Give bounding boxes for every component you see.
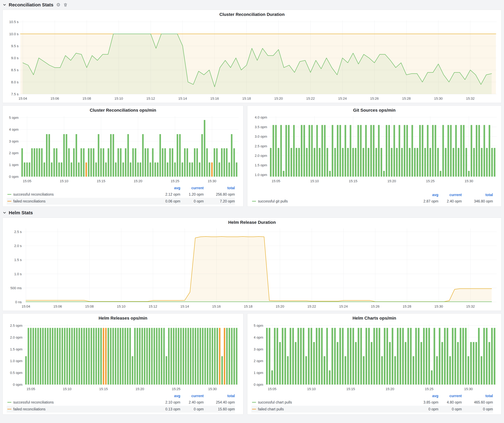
svg-text:1 opm: 1 opm [254,371,263,375]
series-swatch-icon [7,194,11,195]
legend-current-value: 4.80 opm [438,400,462,405]
panel-title[interactable]: Git Sources ops/min [250,107,499,114]
legend-col-current[interactable]: current [438,193,462,197]
legend: avg current total successful reconciliat… [5,184,241,205]
svg-text:15:15: 15:15 [347,387,355,391]
series-swatch-icon [252,409,256,409]
svg-text:15:16: 15:16 [210,97,219,100]
svg-text:15:20: 15:20 [387,179,396,183]
legend-avg-value: 0.13 opm [154,407,180,411]
svg-text:15:12: 15:12 [149,305,157,308]
legend-col-current[interactable]: current [180,394,204,398]
legend-avg-value: 3.85 opm [412,400,438,405]
svg-text:15:30: 15:30 [465,179,473,183]
svg-text:4 opm: 4 opm [9,128,18,131]
gear-icon[interactable]: ⚙ [56,2,60,7]
cluster-reconciliations-ops-chart[interactable]: 0 opm1 opm2 opm3 opm4 opm5 opm15:0515:10… [5,114,241,184]
legend-col-current[interactable]: current [438,394,462,398]
section-reconciliation-stats: Reconciliation Stats ⚙ [2,1,502,8]
panel-cluster-reconciliation-duration: Cluster Reconciliation Duration 7.5 s8.0… [2,10,502,103]
panel-title[interactable]: Cluster Reconciliation Duration [5,11,499,18]
legend-avg-value: 0.06 opm [154,199,180,203]
legend-row: failed chart pulls 0 opm 0 opm 0 opm [251,406,493,412]
chevron-down-icon[interactable] [2,3,6,7]
legend-header: avg current total [251,393,493,399]
svg-text:15:25: 15:25 [171,179,179,183]
legend-series-label[interactable]: failed chart pulls [258,407,412,411]
svg-text:15:18: 15:18 [244,305,252,308]
chevron-down-icon[interactable] [2,211,6,215]
svg-text:0 ns: 0 ns [15,300,22,304]
svg-text:10.0 s: 10.0 s [9,32,18,36]
svg-text:0 opm: 0 opm [254,383,263,387]
legend-avg-value: 0 opm [412,407,438,411]
series-swatch-icon [252,201,256,201]
svg-text:15:30: 15:30 [434,97,443,100]
svg-text:15:12: 15:12 [146,97,155,100]
svg-text:15:32: 15:32 [466,97,474,100]
legend-series-label[interactable]: successful reconciliations [13,400,154,405]
section-title[interactable]: Reconciliation Stats [9,2,54,7]
helm-release-duration-chart[interactable]: 0 ns500 ms1.0 s1.5 s2.0 s2.5 s15:0415:06… [5,226,499,310]
panel-title[interactable]: Helm Releases ops/min [5,315,241,322]
svg-text:2 opm: 2 opm [9,151,18,155]
helm-releases-ops-chart[interactable]: 0 opm0.5 opm1.0 opm1.5 opm2.0 opm2.5 opm… [5,322,241,392]
legend-col-current[interactable]: current [180,186,204,190]
section-helm-stats: Helm Stats [2,209,502,216]
svg-text:2.0 opm: 2.0 opm [10,335,23,339]
svg-text:0 opm: 0 opm [13,383,23,387]
panel-title[interactable]: Helm Charts ops/min [250,315,499,322]
legend-series-label[interactable]: successful chart pulls [258,400,412,405]
legend-row: successful git pulls 2.87 opm 2.40 opm 3… [251,198,493,205]
panel-title[interactable]: Cluster Reconciliations ops/min [5,107,241,114]
legend-col-total[interactable]: total [462,394,493,398]
svg-text:10.5 s: 10.5 s [9,20,18,24]
row-helm-ops: Helm Releases ops/min 0 opm0.5 opm1.0 op… [2,313,502,415]
legend-total-value: 15.60 opm [204,407,235,411]
legend-col-avg[interactable]: avg [154,186,180,190]
legend-col-avg[interactable]: avg [154,394,180,398]
panel-title[interactable]: Helm Release Duration [5,219,499,226]
svg-text:15:20: 15:20 [274,97,283,100]
panel-git-sources-ops: Git Sources ops/min 1.0 opm1.5 opm2.0 op… [247,106,502,207]
svg-text:15:04: 15:04 [22,305,30,308]
legend-row: successful reconciliations 2.12 opm 1.20… [7,191,235,198]
legend-series-label[interactable]: successful git pulls [258,199,412,203]
svg-text:15:15: 15:15 [349,179,357,183]
git-sources-ops-chart[interactable]: 1.0 opm1.5 opm2.0 opm2.5 opm3.0 opm3.5 o… [250,114,499,184]
svg-text:3 opm: 3 opm [9,139,18,143]
svg-text:15:28: 15:28 [402,97,411,100]
legend-col-total[interactable]: total [462,193,493,197]
series-swatch-icon [7,201,11,201]
svg-text:15:24: 15:24 [339,305,348,308]
legend-current-value: 0 opm [438,407,462,411]
svg-text:15:05: 15:05 [23,179,31,183]
svg-text:15:15: 15:15 [99,387,108,391]
legend-series-label[interactable]: failed reconciliations [13,199,154,203]
legend-col-total[interactable]: total [204,186,235,190]
section-title[interactable]: Helm Stats [9,210,33,215]
legend-col-avg[interactable]: avg [412,394,438,398]
svg-text:15:20: 15:20 [134,179,142,183]
svg-text:2.5 opm: 2.5 opm [10,324,23,328]
legend-col-total[interactable]: total [204,394,235,398]
legend-row: successful chart pulls 3.85 opm 4.80 opm… [251,399,493,406]
svg-text:15:16: 15:16 [212,305,221,308]
series-swatch-icon [252,402,256,403]
legend-total-value: 346.80 opm [462,199,493,203]
svg-text:3.0 opm: 3.0 opm [255,135,267,138]
svg-text:15:24: 15:24 [338,97,347,100]
legend-series-label[interactable]: successful reconciliations [13,192,154,197]
cluster-reconciliation-duration-chart[interactable]: 7.5 s8.0 s8.5 s9.0 s9.5 s10.0 s10.5 s15:… [5,18,499,101]
svg-text:15:30: 15:30 [464,387,473,391]
svg-text:1.0 opm: 1.0 opm [10,359,23,363]
svg-text:15:05: 15:05 [268,387,276,391]
trash-icon[interactable] [63,3,68,7]
svg-text:2 opm: 2 opm [254,359,263,363]
legend-row: successful reconciliations 2.10 opm 2.40… [7,399,235,406]
legend-col-avg[interactable]: avg [412,193,438,197]
legend-series-label[interactable]: failed reconciliations [13,407,154,411]
panel-helm-charts-ops: Helm Charts ops/min 0 opm1 opm2 opm3 opm… [247,313,502,415]
panel-cluster-reconciliations-ops: Cluster Reconciliations ops/min 0 opm1 o… [2,106,243,207]
helm-charts-ops-chart[interactable]: 0 opm1 opm2 opm3 opm4 opm5 opm15:0515:10… [250,322,499,392]
